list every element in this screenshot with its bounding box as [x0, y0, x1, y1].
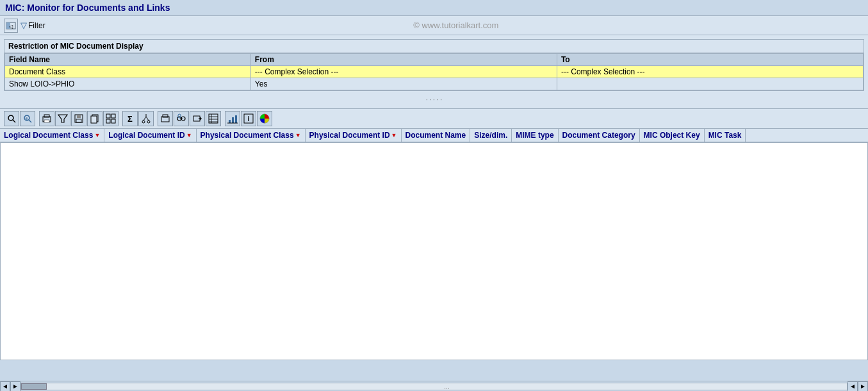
- scrollbar-track[interactable]: ...: [20, 383, 848, 390]
- print-icon: [42, 113, 52, 124]
- chart-button[interactable]: [225, 111, 240, 126]
- nav-right-button[interactable]: ►: [10, 381, 20, 392]
- print-button[interactable]: [39, 111, 54, 126]
- svg-text:⊕: ⊕: [25, 117, 28, 121]
- svg-rect-40: [229, 120, 231, 123]
- svg-point-22: [147, 121, 150, 123]
- grid2-icon: [208, 113, 218, 124]
- info-icon: i: [243, 113, 254, 124]
- copy-icon: [90, 113, 100, 124]
- svg-rect-14: [76, 119, 81, 122]
- from-cell: Yes: [250, 78, 557, 90]
- to-cell: --- Complex Selection ---: [557, 66, 863, 78]
- sort-icon: ▼: [94, 132, 100, 138]
- col-header[interactable]: MIC Object Key: [640, 129, 705, 142]
- scroll-text: ...: [444, 383, 449, 390]
- svg-line-23: [143, 117, 146, 121]
- toolbar-group-2: [39, 111, 119, 126]
- col-header-label: MIC Task: [708, 131, 742, 140]
- restriction-section: Restriction of MIC Document Display Fiel…: [0, 35, 868, 108]
- svg-text:◁: ◁: [9, 24, 13, 29]
- col-header-label: Logical Document Class: [4, 131, 93, 140]
- find-icon: [6, 113, 17, 124]
- col-header-to: To: [557, 54, 863, 66]
- print2-icon: [160, 113, 170, 124]
- col-header[interactable]: MIC Task: [705, 129, 746, 142]
- column-headers: Logical Document Class▼Logical Document …: [0, 129, 868, 142]
- scroll-left-button[interactable]: ◄: [848, 381, 858, 392]
- bottom-bar: ◄ ► ... ◄ ►: [0, 381, 868, 391]
- app-title: MIC: Monitor for Documents and Links: [5, 3, 170, 13]
- col-header[interactable]: Document Category: [559, 129, 640, 142]
- save-icon: [74, 113, 84, 124]
- col-header-label: Logical Document ID: [108, 131, 184, 140]
- col-header[interactable]: MIME type: [512, 129, 558, 142]
- filter-button[interactable]: ▽ Filter: [20, 21, 45, 30]
- svg-rect-10: [44, 120, 49, 122]
- sum-button[interactable]: Σ: [122, 111, 138, 126]
- resize-handle[interactable]: · · · · ·: [4, 95, 864, 104]
- col-header[interactable]: Physical Document ID▼: [306, 129, 402, 142]
- restriction-table: Field Name From To Document Class--- Com…: [4, 53, 864, 90]
- svg-rect-13: [77, 115, 81, 118]
- filter-label: Filter: [28, 21, 45, 30]
- info-button[interactable]: i: [241, 111, 256, 126]
- grid2-button[interactable]: [206, 111, 221, 126]
- col-header-label: Physical Document ID: [309, 131, 390, 140]
- nav-arrows: ◄ ►: [0, 381, 20, 392]
- find-button[interactable]: [4, 111, 19, 126]
- nav-left-button[interactable]: ◄: [0, 381, 10, 392]
- svg-marker-34: [200, 117, 202, 121]
- col-header[interactable]: Logical Document ID▼: [104, 129, 196, 142]
- lower-section: ⊕: [0, 108, 868, 388]
- svg-line-6: [29, 120, 31, 122]
- col-header-label: MIC Object Key: [644, 131, 700, 140]
- field-cell: Document Class: [5, 66, 251, 78]
- title-bar: MIC: Monitor for Documents and Links: [0, 0, 868, 16]
- grid-button[interactable]: [103, 111, 119, 126]
- save-button[interactable]: [71, 111, 86, 126]
- cut-button[interactable]: [138, 111, 154, 126]
- col-header-from: From: [250, 54, 557, 66]
- print2-button[interactable]: [158, 111, 173, 126]
- toolbar-group-5: i: [225, 111, 272, 126]
- search-icon: ⊕: [22, 113, 33, 124]
- filter2-icon: [58, 113, 68, 124]
- filter2-button[interactable]: [55, 111, 70, 126]
- col-header-label: Size/dim.: [474, 131, 507, 140]
- scroll-right-button[interactable]: ►: [858, 381, 868, 392]
- link-button[interactable]: [174, 111, 189, 126]
- lower-toolbar: ⊕: [0, 108, 868, 129]
- sort-icon: ▼: [295, 132, 301, 138]
- svg-rect-19: [106, 119, 110, 123]
- export-button[interactable]: [190, 111, 205, 126]
- copy-button[interactable]: [87, 111, 102, 126]
- nav-arrows-right: ◄ ►: [848, 381, 868, 392]
- svg-rect-42: [235, 115, 237, 123]
- col-header[interactable]: Physical Document Class▼: [197, 129, 306, 142]
- back-icon: ◁: [6, 21, 16, 31]
- filter-icon: ▽: [20, 21, 27, 30]
- svg-point-3: [8, 115, 13, 121]
- content-wrapper: Restriction of MIC Document Display Fiel…: [0, 35, 868, 388]
- back-button[interactable]: ◁: [4, 19, 18, 33]
- chart-icon: [227, 113, 238, 124]
- scrollbar-thumb[interactable]: [21, 383, 47, 390]
- col-header[interactable]: Logical Document Class▼: [0, 129, 104, 142]
- col-header-label: Document Name: [405, 131, 466, 140]
- col-header[interactable]: Document Name: [402, 129, 471, 142]
- top-toolbar: ◁ ▽ Filter © www.tutorialkart.com: [0, 16, 868, 35]
- link-icon: [176, 113, 186, 124]
- svg-rect-20: [111, 119, 115, 123]
- restriction-title: Restriction of MIC Document Display: [4, 40, 864, 53]
- sum-icon: Σ: [127, 114, 133, 124]
- pie-button[interactable]: [257, 111, 272, 126]
- search-button[interactable]: ⊕: [20, 111, 35, 126]
- data-area: [0, 142, 868, 360]
- watermark: © www.tutorialkart.com: [48, 21, 864, 30]
- to-cell: [557, 78, 863, 90]
- svg-rect-41: [232, 117, 234, 123]
- svg-marker-11: [58, 115, 67, 122]
- col-header[interactable]: Size/dim.: [470, 129, 512, 142]
- svg-text:i: i: [248, 115, 250, 122]
